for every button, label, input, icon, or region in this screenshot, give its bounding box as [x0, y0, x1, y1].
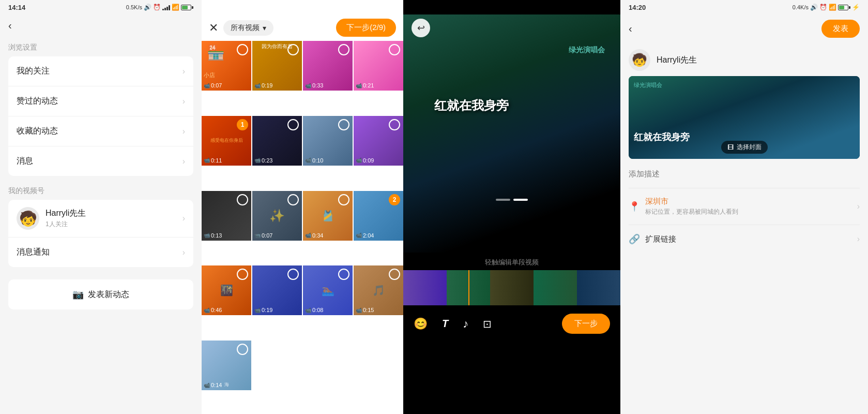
duration-10: 📹 0:07 [254, 232, 272, 239]
film-icon: 🎞 [727, 144, 734, 151]
select-circle-1[interactable] [237, 44, 248, 55]
link-left: 🔗 扩展链接 [629, 233, 676, 245]
video-thumb-8[interactable]: 📹 0:09 [354, 116, 403, 166]
select-circle-12[interactable]: 2 [389, 194, 400, 205]
emoji-tool-button[interactable]: 😊 [414, 317, 428, 331]
battery-icon [181, 5, 193, 10]
select-circle-9[interactable] [237, 194, 248, 205]
speed-4: 0.4K/s [793, 4, 809, 10]
music-tool-button[interactable]: ♪ [463, 317, 468, 331]
video-grid: 🏪 小店 📹 0:07 因为你而有着 📹 0:19 [202, 41, 403, 414]
lightning-icon: ⚡ [852, 4, 860, 11]
cover-label: 🎞 选择封面 [721, 141, 768, 154]
duration-12: 📹 2:04 [356, 232, 374, 239]
video-thumb-13[interactable]: 🌃 📹 0:46 [202, 265, 251, 315]
video-cam-icon: 📹 [204, 83, 210, 88]
author-row: 🧒 Harryli先生 [629, 41, 860, 76]
video-thumb-12[interactable]: 📹 2:04 2 [354, 191, 403, 241]
select-circle-6[interactable] [287, 119, 299, 130]
video-thumb-5[interactable]: 感受电在你身后 📹 0:11 1 [202, 116, 251, 166]
editor-next-button[interactable]: 下一步 [562, 314, 610, 334]
duration-15: 📹 0:08 [305, 307, 323, 313]
select-circle-5[interactable]: 1 [237, 119, 248, 130]
select-circle-10[interactable] [287, 194, 299, 205]
cover-preview[interactable]: 绿光演唱会 红就在我身旁 🎞 选择封面 [629, 76, 860, 159]
menu-item-liked[interactable]: 赞过的动态 › [8, 86, 193, 116]
video-section-label: 我的视频号 [0, 176, 202, 200]
video-cam-icon-2: 📹 [254, 83, 261, 88]
location-icon: 📍 [629, 201, 640, 212]
post-btn-label: 发表新动态 [88, 289, 129, 300]
video-thumb-2[interactable]: 因为你而有着 📹 0:19 [252, 41, 302, 91]
filter-button[interactable]: 所有视频 ▾ [223, 20, 273, 36]
panel-publish: 14:20 0.4K/s 🔊 ⏰ 📶 ⚡ ‹ 发表 🧒 Harryli先生 [620, 0, 868, 414]
location-sub: 标记位置，更容易被同城的人看到 [645, 208, 738, 216]
chevron-icon-3: › [182, 127, 185, 136]
menu-item-saved[interactable]: 收藏的动态 › [8, 116, 193, 146]
video-thumb-17[interactable]: 海 📹 0:14 [202, 341, 251, 390]
alarm-icon-4: ⏰ [819, 4, 827, 11]
video-thumb-6[interactable]: 📹 0:23 [252, 116, 302, 166]
select-circle-3[interactable] [338, 44, 349, 55]
location-chevron: › [857, 202, 860, 211]
video-thumb-3[interactable]: 📹 0:33 [303, 41, 353, 91]
time-1: 14:14 [8, 4, 25, 11]
link-row[interactable]: 🔗 扩展链接 › [629, 225, 860, 253]
duration-8: 📹 0:09 [356, 157, 374, 164]
notify-item[interactable]: 消息通知 › [8, 238, 193, 267]
back-button-4[interactable]: ‹ [629, 23, 632, 35]
publish-button[interactable]: 发表 [821, 20, 860, 38]
duration-6: 📹 0:23 [254, 157, 272, 164]
battery-icon-4 [838, 5, 850, 10]
select-circle-7[interactable] [338, 119, 349, 130]
select-circle-4[interactable] [389, 44, 400, 55]
speaker-icon-4: 🔊 [810, 4, 818, 11]
text-tool-button[interactable]: T [442, 318, 448, 330]
select-circle-8[interactable] [389, 119, 400, 130]
video-thumb-16[interactable]: 🎵 📹 0:15 [354, 265, 403, 315]
location-row[interactable]: 📍 深圳市 标记位置，更容易被同城的人看到 › [629, 188, 860, 225]
duration-13: 📹 0:46 [204, 307, 222, 313]
time-4: 14:20 [629, 4, 646, 11]
user-info: Harryli先生 1人关注 [45, 208, 182, 229]
panel-video-picker: ✕ 所有视频 ▾ 下一步(2/9) 🏪 小店 📹 0:07 [202, 0, 403, 414]
chevron-icon-notify: › [182, 248, 185, 257]
browse-menu-card: 我的关注 › 赞过的动态 › 收藏的动态 › 消息 › [8, 56, 193, 176]
video-thumb-15[interactable]: 🏊 📹 0:08 [303, 265, 353, 315]
select-circle-11[interactable] [338, 194, 349, 205]
close-button[interactable]: ✕ [209, 22, 218, 34]
video-cam-icon-3: 📹 [305, 83, 311, 88]
back-btn-round[interactable]: ↩ [412, 19, 430, 37]
crop-tool-button[interactable]: ⊡ [483, 318, 492, 330]
timeline-strip[interactable] [403, 270, 620, 305]
video-thumb-9[interactable]: 📹 0:13 [202, 191, 251, 241]
location-left: 📍 深圳市 标记位置，更容易被同城的人看到 [629, 197, 738, 216]
chevron-icon-4: › [182, 157, 185, 166]
duration-17: 📹 0:14 [204, 382, 222, 388]
post-new-btn[interactable]: 📷 发表新动态 [8, 279, 193, 309]
user-profile-item[interactable]: 🧒 Harryli先生 1人关注 › [8, 200, 193, 238]
video-thumb-1[interactable]: 🏪 小店 📹 0:07 [202, 41, 251, 91]
toolbar-icons: 😊 T ♪ ⊡ [414, 317, 492, 331]
description-input[interactable] [629, 167, 860, 188]
publish-header: ‹ 发表 [620, 14, 868, 41]
video-thumb-4[interactable]: 📹 0:21 [354, 41, 403, 91]
back-header-1: ‹ [0, 14, 202, 35]
video-thumb-11[interactable]: 🎽 📹 0:34 [303, 191, 353, 241]
duration-16: 📹 0:15 [356, 307, 374, 313]
status-bar-4: 14:20 0.4K/s 🔊 ⏰ 📶 ⚡ [620, 0, 868, 14]
location-info: 深圳市 标记位置，更容易被同城的人看到 [645, 197, 738, 216]
video-thumb-10[interactable]: ✨ 📹 0:07 [252, 191, 302, 241]
menu-item-follow[interactable]: 我的关注 › [8, 56, 193, 86]
next-step-button[interactable]: 下一步(2/9) [336, 19, 396, 37]
preview-text: 红就在我身旁 [434, 97, 610, 114]
video-thumb-7[interactable]: 📹 0:10 [303, 116, 353, 166]
video-thumb-14[interactable]: 📹 0:19 [252, 265, 302, 315]
back-button-1[interactable]: ‹ [8, 20, 12, 32]
select-circle-2[interactable] [287, 44, 299, 55]
editor-toolbar: 😊 T ♪ ⊡ 下一步 [403, 305, 620, 342]
menu-item-messages[interactable]: 消息 › [8, 146, 193, 176]
duration-1: 📹 0:07 [204, 82, 222, 88]
panel-video-editor: ↩ 绿光演唱会 红就在我身旁 轻触编辑单段视频 [403, 0, 620, 414]
user-card: 🧒 Harryli先生 1人关注 › 消息通知 › [8, 200, 193, 267]
